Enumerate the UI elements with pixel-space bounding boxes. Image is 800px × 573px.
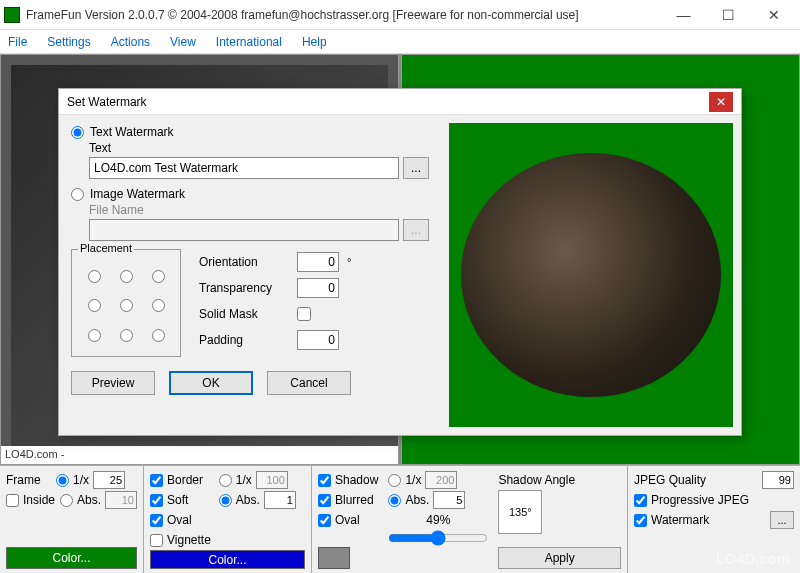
- preview-image-ellipse: [461, 153, 721, 397]
- window-title: FrameFun Version 2.0.0.7 © 2004-2008 fra…: [26, 8, 661, 22]
- watermark-label: Watermark: [651, 513, 766, 527]
- oval-label: Oval: [167, 513, 192, 527]
- watermark-browse-button[interactable]: ...: [770, 511, 794, 529]
- cancel-button[interactable]: Cancel: [267, 371, 351, 395]
- filename-browse-button: ...: [403, 219, 429, 241]
- placement-tl[interactable]: [88, 270, 101, 283]
- placement-tc[interactable]: [120, 270, 133, 283]
- shadow-percent: 49%: [426, 513, 450, 527]
- border-1x-radio[interactable]: [219, 474, 232, 487]
- inside-label: Inside: [23, 493, 56, 507]
- shadow-1x-label: 1/x: [405, 473, 421, 487]
- shadow-angle-box[interactable]: 135°: [498, 490, 542, 534]
- dialog-close-button[interactable]: ✕: [709, 92, 733, 112]
- degree-symbol: °: [347, 256, 351, 268]
- set-watermark-dialog: Set Watermark ✕ Text Watermark Text ... …: [58, 88, 742, 436]
- frame-abs-radio[interactable]: [60, 494, 73, 507]
- maximize-button[interactable]: ☐: [706, 1, 751, 29]
- frame-1x-label: 1/x: [73, 473, 89, 487]
- shadow-1x-radio[interactable]: [388, 474, 401, 487]
- dialog-title: Set Watermark: [67, 95, 709, 109]
- shadow-abs-label: Abs.: [405, 493, 429, 507]
- placement-tr[interactable]: [152, 270, 165, 283]
- placement-bl[interactable]: [88, 329, 101, 342]
- filename-label: File Name: [89, 203, 429, 217]
- placement-ml[interactable]: [88, 299, 101, 312]
- watermark-text-input[interactable]: [89, 157, 399, 179]
- text-watermark-radio[interactable]: [71, 126, 84, 139]
- frame-abs-label: Abs.: [77, 493, 101, 507]
- border-checkbox[interactable]: [150, 474, 163, 487]
- orientation-label: Orientation: [199, 255, 289, 269]
- border-label: Border: [167, 473, 203, 487]
- progressive-checkbox[interactable]: [634, 494, 647, 507]
- progressive-label: Progressive JPEG: [651, 493, 749, 507]
- orientation-input[interactable]: [297, 252, 339, 272]
- shadow-abs-input[interactable]: [433, 491, 465, 509]
- oval-checkbox[interactable]: [150, 514, 163, 527]
- solidmask-checkbox[interactable]: [297, 307, 311, 321]
- placement-br[interactable]: [152, 329, 165, 342]
- apply-button[interactable]: Apply: [498, 547, 621, 569]
- text-watermark-label: Text Watermark: [90, 125, 174, 139]
- placement-group: Placement: [71, 249, 181, 357]
- padding-label: Padding: [199, 333, 289, 347]
- frame-1x-radio[interactable]: [56, 474, 69, 487]
- app-icon: [4, 7, 20, 23]
- ok-button[interactable]: OK: [169, 371, 253, 395]
- shadow-abs-radio[interactable]: [388, 494, 401, 507]
- placement-mc[interactable]: [120, 299, 133, 312]
- vignette-checkbox[interactable]: [150, 534, 163, 547]
- shadow-slider[interactable]: [388, 530, 488, 546]
- text-label: Text: [89, 141, 429, 155]
- shadow-color-swatch[interactable]: [318, 547, 350, 569]
- soft-checkbox[interactable]: [150, 494, 163, 507]
- solidmask-label: Solid Mask: [199, 307, 289, 321]
- border-color-button[interactable]: Color...: [150, 550, 305, 569]
- watermark-preview: [449, 123, 733, 427]
- transparency-label: Transparency: [199, 281, 289, 295]
- watermark-checkbox[interactable]: [634, 514, 647, 527]
- shadow-angle-label: Shadow Angle: [498, 473, 575, 487]
- status-bar-left: LO4D.com -: [1, 446, 398, 464]
- frame-abs-input: [105, 491, 137, 509]
- frame-title: Frame: [6, 473, 52, 487]
- shadow-oval-checkbox[interactable]: [318, 514, 331, 527]
- padding-input[interactable]: [297, 330, 339, 350]
- transparency-input[interactable]: [297, 278, 339, 298]
- frame-1x-input[interactable]: [93, 471, 125, 489]
- border-1x-input: [256, 471, 288, 489]
- menu-actions[interactable]: Actions: [111, 35, 150, 49]
- inside-checkbox[interactable]: [6, 494, 19, 507]
- vignette-label: Vignette: [167, 533, 211, 547]
- menu-help[interactable]: Help: [302, 35, 327, 49]
- border-1x-label: 1/x: [236, 473, 252, 487]
- menubar: File Settings Actions View International…: [0, 30, 800, 54]
- text-browse-button[interactable]: ...: [403, 157, 429, 179]
- jpeg-quality-label: JPEG Quality: [634, 473, 758, 487]
- placement-label: Placement: [78, 242, 134, 254]
- shadow-label: Shadow: [335, 473, 378, 487]
- placement-mr[interactable]: [152, 299, 165, 312]
- shadow-oval-label: Oval: [335, 513, 360, 527]
- shadow-1x-input: [425, 471, 457, 489]
- blurred-checkbox[interactable]: [318, 494, 331, 507]
- jpeg-quality-input[interactable]: [762, 471, 794, 489]
- frame-color-button[interactable]: Color...: [6, 547, 137, 569]
- blurred-label: Blurred: [335, 493, 374, 507]
- border-abs-label: Abs.: [236, 493, 260, 507]
- image-watermark-label: Image Watermark: [90, 187, 185, 201]
- placement-bc[interactable]: [120, 329, 133, 342]
- menu-international[interactable]: International: [216, 35, 282, 49]
- filename-input: [89, 219, 399, 241]
- shadow-checkbox[interactable]: [318, 474, 331, 487]
- minimize-button[interactable]: —: [661, 1, 706, 29]
- menu-file[interactable]: File: [8, 35, 27, 49]
- menu-settings[interactable]: Settings: [47, 35, 90, 49]
- preview-button[interactable]: Preview: [71, 371, 155, 395]
- border-abs-radio[interactable]: [219, 494, 232, 507]
- border-abs-input[interactable]: [264, 491, 296, 509]
- menu-view[interactable]: View: [170, 35, 196, 49]
- image-watermark-radio[interactable]: [71, 188, 84, 201]
- close-button[interactable]: ✕: [751, 1, 796, 29]
